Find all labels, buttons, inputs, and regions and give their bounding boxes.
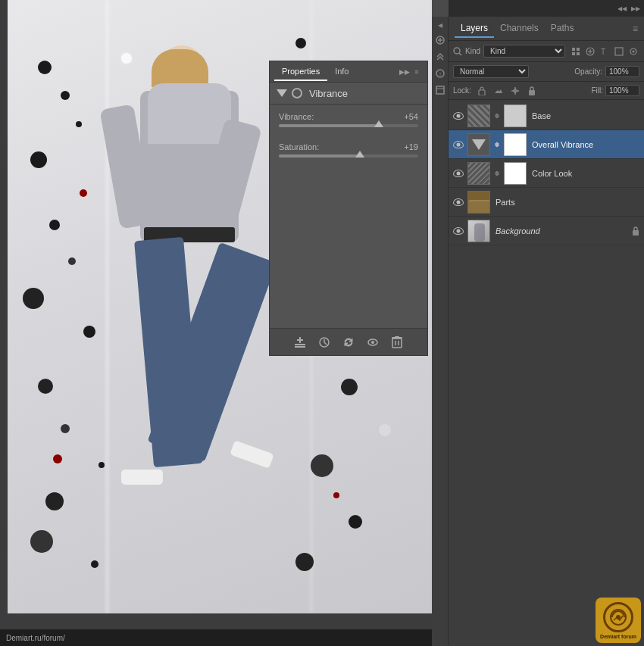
layer-thumb-vibrance <box>467 133 490 156</box>
layer-mask-base <box>504 105 527 127</box>
svg-rect-11 <box>395 336 399 338</box>
vibrance-slider-thumb[interactable] <box>374 120 383 127</box>
toolbar-btn-4[interactable] <box>433 83 447 97</box>
filter-smartobject-icon[interactable] <box>627 45 639 58</box>
properties-menu-button[interactable]: ≡ <box>411 66 423 78</box>
demiart-logo-text: Demiart forum <box>600 634 636 639</box>
panel-top-bar: ◀◀ ▶▶ <box>449 0 644 17</box>
vibrance-value: +54 <box>404 112 418 121</box>
svg-rect-21 <box>572 48 575 51</box>
fill-input[interactable]: 100% <box>605 85 639 96</box>
tab-properties[interactable]: Properties <box>274 63 327 81</box>
saturation-slider-track[interactable] <box>279 154 418 158</box>
layer-name-color-look: Color Look <box>532 169 641 178</box>
layers-panel-menu-button[interactable]: ≡ <box>633 23 638 34</box>
kind-label: Kind <box>465 47 480 55</box>
layer-visibility-color-look[interactable] <box>452 167 465 180</box>
layer-visibility-base[interactable] <box>452 109 465 123</box>
fill-control: Fill: 100% <box>591 85 639 96</box>
saturation-value: +19 <box>404 142 418 151</box>
panel-collapse-btn[interactable]: ◀ <box>435 20 445 30</box>
layer-link-base <box>492 111 502 120</box>
layer-name-background: Background <box>496 226 628 236</box>
properties-content: Vibrance: +54 Saturation: +19 <box>270 105 427 180</box>
watermark-bar: Demiart.ru/forum/ <box>0 629 432 646</box>
properties-tabs: Properties Info <box>274 63 399 81</box>
toolbar-btn-1[interactable] <box>433 33 447 47</box>
svg-rect-1 <box>295 346 305 348</box>
properties-panel: Properties Info ▶▶ ≡ Vibrance Vibrance: … <box>269 61 428 356</box>
svg-rect-22 <box>577 48 580 51</box>
vibrance-label: Vibrance: <box>279 112 314 121</box>
filter-adjustment-icon[interactable] <box>584 45 596 58</box>
svg-rect-23 <box>572 52 575 55</box>
lock-transparent-button[interactable] <box>476 85 488 97</box>
svg-rect-35 <box>633 230 639 236</box>
opacity-control: Opacity: 100% <box>574 66 639 77</box>
toggle-visibility-button[interactable] <box>365 335 380 350</box>
saturation-label-row: Saturation: +19 <box>279 142 418 151</box>
demiart-logo: Demiart forum <box>596 598 641 643</box>
search-icon <box>453 47 462 56</box>
layer-link-vibrance <box>492 140 502 149</box>
kind-filter-icons: T <box>570 45 639 58</box>
vibrance-slider-track[interactable] <box>279 124 418 127</box>
toolbar-btn-2[interactable] <box>433 50 447 64</box>
delete-adjustment-button[interactable] <box>389 335 405 350</box>
filter-text-icon[interactable]: T <box>599 45 611 58</box>
previous-state-button[interactable] <box>317 335 332 350</box>
svg-rect-34 <box>529 90 535 95</box>
saturation-label: Saturation: <box>279 142 319 151</box>
properties-expand-button[interactable]: ▶▶ <box>399 66 411 78</box>
vibrance-slider-fill <box>279 124 379 127</box>
layer-item-background[interactable]: Background <box>449 217 644 245</box>
layer-thumb-background <box>467 220 490 242</box>
layer-item-parts[interactable]: Parts <box>449 188 644 217</box>
kind-filter-row: Kind Kind Name Effect Mode Attribute Col… <box>449 41 644 62</box>
layer-item-overall-vibrance[interactable]: Overall Vibrance <box>449 130 644 159</box>
layer-name-base: Base <box>532 111 641 120</box>
lock-all-button[interactable] <box>526 85 538 97</box>
blend-mode-row: Normal Dissolve Multiply Screen Overlay … <box>449 62 644 82</box>
reset-button[interactable] <box>341 335 356 350</box>
collapse-button[interactable]: ◀◀ <box>617 3 627 14</box>
layer-item-color-look[interactable]: Color Look <box>449 159 644 188</box>
tab-channels[interactable]: Channels <box>494 20 545 38</box>
toolbar-btn-info[interactable]: i <box>433 67 447 80</box>
demiart-logo-inner <box>603 602 633 632</box>
opacity-input[interactable]: 100% <box>605 66 639 77</box>
layer-visibility-parts[interactable] <box>452 195 465 209</box>
svg-rect-7 <box>392 339 402 348</box>
layer-name-vibrance: Overall Vibrance <box>532 140 641 149</box>
saturation-slider-thumb[interactable] <box>355 151 364 158</box>
layer-mask-vibrance <box>504 133 527 156</box>
filter-pixel-icon[interactable] <box>570 45 582 58</box>
blend-mode-dropdown[interactable]: Normal Dissolve Multiply Screen Overlay <box>453 65 529 78</box>
layer-mask-color-look <box>504 162 527 185</box>
add-to-layer-button[interactable] <box>292 335 308 350</box>
svg-line-20 <box>459 53 461 55</box>
svg-rect-24 <box>577 52 580 55</box>
kind-dropdown[interactable]: Kind Name Effect Mode Attribute Color <box>483 45 565 58</box>
saturation-slider-fill <box>279 154 360 158</box>
tab-paths[interactable]: Paths <box>545 20 580 38</box>
vibrance-label-row: Vibrance: +54 <box>279 112 418 121</box>
tab-info[interactable]: Info <box>327 63 356 81</box>
svg-rect-17 <box>436 86 444 94</box>
layer-item-base[interactable]: Base <box>449 101 644 130</box>
layer-link-color-look <box>492 169 502 178</box>
layer-thumb-parts <box>467 191 490 214</box>
lock-position-button[interactable] <box>509 85 521 97</box>
layer-visibility-background[interactable] <box>452 224 465 238</box>
layer-visibility-vibrance[interactable] <box>452 138 465 151</box>
properties-panel-header: Properties Info ▶▶ ≡ <box>270 61 427 83</box>
properties-toolbar: Vibrance <box>270 83 427 105</box>
layer-thumb-base <box>467 105 490 127</box>
properties-panel-title: Vibrance <box>309 88 348 99</box>
tab-layers[interactable]: Layers <box>455 20 494 38</box>
expand-button[interactable]: ▶▶ <box>630 3 641 14</box>
lock-image-button[interactable] <box>492 85 505 97</box>
svg-point-6 <box>371 341 374 344</box>
lock-label: Lock: <box>453 86 471 95</box>
filter-shape-icon[interactable] <box>613 45 625 58</box>
